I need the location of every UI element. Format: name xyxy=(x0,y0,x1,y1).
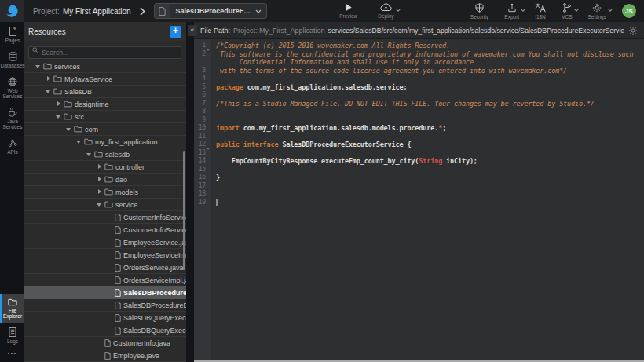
sidebar-item-apis[interactable]: APIs xyxy=(0,133,24,159)
sidebar-item-web-services[interactable]: Web Services xyxy=(0,72,24,103)
add-resource-button[interactable]: + xyxy=(170,26,181,38)
more-options-icon[interactable] xyxy=(0,348,24,362)
line-number: 1 xyxy=(194,42,211,50)
breadcrumb-chevron-icon xyxy=(140,7,145,16)
sidebar-label: File Explorer xyxy=(2,308,24,319)
tree-item-label: SalesDBProcedureExecutorServiceImpl.java xyxy=(123,302,186,309)
tree-item-my-first-application[interactable]: my_first_application xyxy=(24,135,186,148)
security-button[interactable]: Security xyxy=(470,3,488,20)
tree-item-salesdb[interactable]: salesdb xyxy=(24,148,186,160)
tree-item-salesdbprocedureexecutorserviceimpl-java[interactable]: SalesDBProcedureExecutorServiceImpl.java xyxy=(24,298,186,311)
tree-item-controller[interactable]: controller xyxy=(24,160,186,173)
code-line: 3 with the terms of the source code lice… xyxy=(194,67,644,75)
vcs-button[interactable]: VCS xyxy=(562,3,572,20)
tree-item-label: src xyxy=(75,113,84,121)
git-branch-icon xyxy=(562,3,571,13)
wavemaker-logo[interactable] xyxy=(0,0,24,22)
folder-icon xyxy=(64,113,72,120)
code-text xyxy=(211,166,644,174)
tree-item-ordersservice-java[interactable]: OrdersService.java xyxy=(24,261,186,273)
tree-expand-arrow[interactable] xyxy=(45,75,52,82)
tree-item-label: my_first_application xyxy=(95,138,158,146)
tree-item-employeeserviceimpl-java[interactable]: EmployeeServiceImpl.java xyxy=(24,248,186,261)
tree-expand-arrow[interactable] xyxy=(75,138,82,145)
tree-item-customerinfo-java[interactable]: CustomerInfo.java xyxy=(24,336,186,349)
gear-icon xyxy=(592,3,602,13)
file-path-project: Project: My_First_Application xyxy=(233,27,325,35)
sidebar-label: Databases xyxy=(0,63,24,68)
tree-item-customerinfoserviceimpl-java[interactable]: CustomerInfoServiceImpl.java xyxy=(24,223,186,236)
tree-scrollbar[interactable] xyxy=(183,151,185,270)
database-icon xyxy=(9,52,17,61)
i18n-label: i18N xyxy=(535,14,545,20)
tree-item-label: SalesDB xyxy=(64,88,92,96)
sidebar-item-databases[interactable]: Databases xyxy=(0,47,24,72)
code-text: } xyxy=(211,174,644,182)
code-line: 4 xyxy=(194,75,644,83)
tree-item-myjavaservice[interactable]: MyJavaService xyxy=(24,72,186,85)
code-editor[interactable]: 1/*Copyright (c) 2015-2016 wavemaker.com… xyxy=(194,39,644,360)
sidebar-item-file-explorer[interactable]: File Explorer xyxy=(0,294,24,323)
file-icon xyxy=(115,314,121,322)
tree-expand-arrow[interactable] xyxy=(96,176,103,183)
tree-item-models[interactable]: models xyxy=(24,185,186,198)
collapse-panel-button[interactable]: « xyxy=(188,25,197,36)
open-file-tab[interactable]: SalesDBProcedureE... xyxy=(154,3,268,19)
folder-icon xyxy=(8,298,17,306)
tree-expand-arrow[interactable] xyxy=(65,126,72,133)
tree-expand-arrow[interactable] xyxy=(86,151,93,158)
tree-item-customerinfoservice-java[interactable]: CustomerInfoService.java xyxy=(24,210,186,223)
tree-item-label: dao xyxy=(115,176,127,184)
sidebar-item-pages[interactable]: Pages xyxy=(0,22,24,47)
tree-expand-arrow[interactable] xyxy=(45,88,52,95)
sidebar-item-java-services[interactable]: Java Services xyxy=(0,103,24,133)
tree-item-employee-java[interactable]: Employee.java xyxy=(24,349,186,361)
sidebar-item-logs[interactable]: Logs xyxy=(0,323,24,348)
tree-expand-arrow[interactable] xyxy=(96,188,103,196)
line-number: 7 xyxy=(194,100,211,108)
tree-expand-arrow[interactable] xyxy=(55,113,62,120)
code-line: 1/*Copyright (c) 2015-2016 wavemaker.com… xyxy=(194,42,644,50)
tree-item-service[interactable]: service xyxy=(24,198,186,210)
tree-item-src[interactable]: src xyxy=(24,110,186,122)
sidebar-label: Pages xyxy=(5,38,20,43)
code-text: Confidential Information and shall use i… xyxy=(211,58,644,67)
open-file-tab-label: SalesDBProcedureE... xyxy=(170,7,256,15)
tree-item-salesdb[interactable]: SalesDB xyxy=(24,85,186,97)
settings-button[interactable]: Settings xyxy=(588,3,607,20)
tree-item-employeeservice-java[interactable]: EmployeeService.java xyxy=(24,236,186,248)
tree-item-label: services xyxy=(54,63,80,71)
code-line: 15 xyxy=(194,166,644,174)
file-icon xyxy=(115,327,121,335)
tree-expand-arrow[interactable] xyxy=(96,163,103,170)
file-icon xyxy=(115,264,121,272)
tree-expand-arrow[interactable] xyxy=(35,63,42,70)
tree-item-designtime[interactable]: designtime xyxy=(24,97,186,110)
line-number: 15 xyxy=(194,166,211,174)
tree-item-com[interactable]: com xyxy=(24,122,186,135)
preview-button[interactable]: Preview xyxy=(339,3,357,19)
search-input[interactable] xyxy=(28,46,181,59)
tree-item-label: OrdersService.java xyxy=(123,264,184,272)
tree-item-salesdbqueryexecutorserviceimpl-java[interactable]: SalesDBQueryExecutorServiceImpl.java xyxy=(24,324,186,336)
tree-item-salesdbqueryexecutorservice-java[interactable]: SalesDBQueryExecutorService.java xyxy=(24,311,186,324)
editor-settings-gear-icon[interactable] xyxy=(624,26,638,35)
line-number: 10 xyxy=(194,124,211,133)
code-text xyxy=(211,91,644,100)
folder-icon xyxy=(104,163,113,170)
i18n-button[interactable]: i18N xyxy=(535,3,546,20)
code-text: This software is the confidential and pr… xyxy=(211,50,644,59)
folder-icon xyxy=(104,188,113,196)
tree-item-salesdbprocedureexecutorservice-java[interactable]: SalesDBProcedureExecutorService.java xyxy=(24,286,186,298)
export-button[interactable]: Export xyxy=(504,3,519,20)
tree-expand-arrow[interactable] xyxy=(55,101,62,108)
file-icon xyxy=(115,239,121,247)
deploy-button[interactable]: Deploy xyxy=(378,3,393,19)
tree-item-ordersserviceimpl-java[interactable]: OrdersServiceImpl.java xyxy=(24,273,186,286)
tree-item-services[interactable]: services xyxy=(24,60,186,72)
tree-expand-arrow[interactable] xyxy=(96,201,103,208)
cloud-upload-icon xyxy=(380,3,392,12)
tree-item-dao[interactable]: dao xyxy=(24,173,186,185)
user-avatar[interactable]: JS xyxy=(622,4,636,18)
vcs-chevron-icon xyxy=(574,9,579,12)
